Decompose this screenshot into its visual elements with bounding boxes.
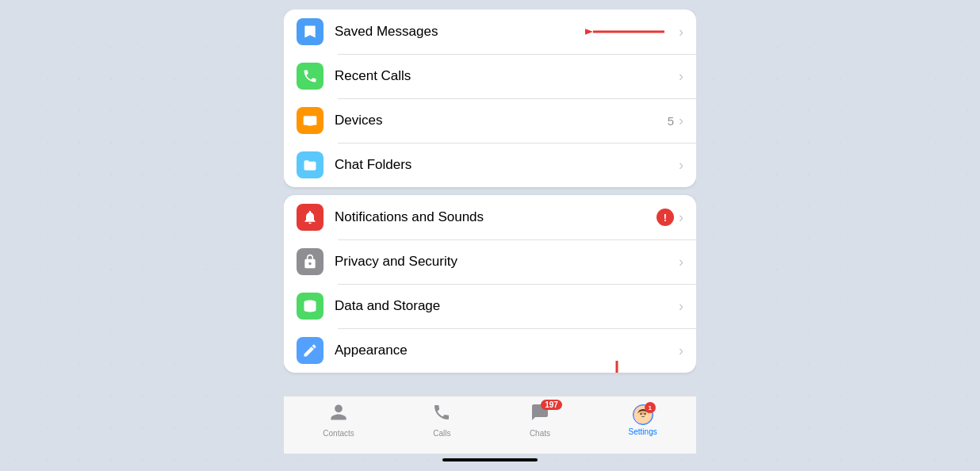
chat-folders-item[interactable]: Chat Folders › <box>284 143 696 187</box>
calls-icon <box>432 403 451 427</box>
tab-calls[interactable]: Calls <box>432 403 451 438</box>
settings-icon-wrapper: 1 Settings <box>629 404 657 436</box>
settings-avatar: 1 <box>633 404 653 425</box>
devices-chevron: › <box>679 113 683 129</box>
devices-item[interactable]: Devices 5 › <box>284 98 696 143</box>
tab-contacts[interactable]: Contacts <box>323 403 354 438</box>
svg-point-9 <box>638 415 648 421</box>
cards-wrapper: Saved Messages › <box>284 10 696 388</box>
saved-messages-icon <box>297 18 323 45</box>
notifications-sounds-icon <box>297 204 323 231</box>
recent-calls-icon <box>297 63 323 90</box>
svg-rect-2 <box>304 116 317 125</box>
data-storage-icon <box>297 293 323 320</box>
settings-label: Settings <box>629 427 657 436</box>
data-storage-label: Data and Storage <box>335 298 679 314</box>
phone-container: Saved Messages › <box>284 10 696 461</box>
svg-point-10 <box>640 413 641 415</box>
privacy-security-item[interactable]: Privacy and Security › <box>284 239 696 284</box>
chats-badge: 197 <box>541 400 562 410</box>
chats-icon-wrapper: 197 <box>530 403 549 427</box>
devices-badge: 5 <box>668 114 674 128</box>
privacy-security-label: Privacy and Security <box>335 254 679 270</box>
chats-label: Chats <box>530 429 550 438</box>
bottom-card: Notifications and Sounds ! › Privacy and… <box>284 195 696 373</box>
data-storage-chevron: › <box>679 298 683 315</box>
contacts-icon <box>329 403 348 427</box>
chat-folders-label: Chat Folders <box>335 157 679 173</box>
tab-bar: Contacts Calls <box>284 396 696 454</box>
appearance-icon <box>297 337 323 364</box>
privacy-security-icon <box>297 248 323 275</box>
recent-calls-label: Recent Calls <box>335 68 679 84</box>
notifications-sounds-item[interactable]: Notifications and Sounds ! › <box>284 195 696 239</box>
saved-messages-item[interactable]: Saved Messages › <box>284 10 696 54</box>
recent-calls-chevron: › <box>679 68 683 85</box>
chat-folders-chevron: › <box>679 157 683 174</box>
tab-chats[interactable]: 197 Chats <box>530 403 550 438</box>
tab-settings[interactable]: 1 Settings <box>629 404 657 436</box>
contacts-label: Contacts <box>323 429 354 438</box>
bottom-section: Contacts Calls <box>284 388 696 461</box>
data-storage-item[interactable]: Data and Storage › <box>284 284 696 328</box>
notifications-alert-badge: ! <box>657 209 674 226</box>
calls-label: Calls <box>433 429 450 438</box>
appearance-item[interactable]: Appearance › <box>284 328 696 373</box>
recent-calls-item[interactable]: Recent Calls › <box>284 54 696 98</box>
privacy-security-chevron: › <box>679 254 683 270</box>
top-card: Saved Messages › <box>284 10 696 187</box>
appearance-chevron: › <box>679 343 683 359</box>
notifications-sounds-label: Notifications and Sounds <box>335 209 657 225</box>
devices-icon <box>297 107 323 134</box>
svg-point-11 <box>644 413 645 415</box>
appearance-label: Appearance <box>335 343 679 358</box>
chat-folders-icon <box>297 151 323 178</box>
home-indicator <box>442 458 538 461</box>
saved-messages-chevron: › <box>679 24 683 40</box>
saved-messages-label: Saved Messages <box>335 24 679 40</box>
settings-badge: 1 <box>645 402 656 413</box>
devices-label: Devices <box>335 113 668 128</box>
notifications-sounds-chevron: › <box>679 209 683 226</box>
